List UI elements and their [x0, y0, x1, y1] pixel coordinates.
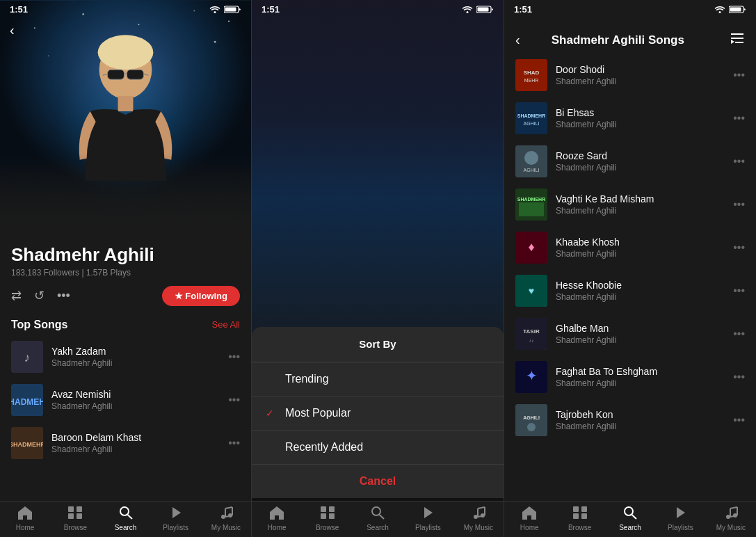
p3-song-item-4[interactable]: SHADMEHR Vaghti Ke Bad Misham Shadmehr A…	[504, 183, 756, 226]
p3-song-item-9[interactable]: AGHILI Tajrobeh Kon Shadmehr Aghili •••	[504, 399, 756, 442]
song-more-3[interactable]: •••	[228, 437, 240, 449]
artist-info: Shadmehr Aghili 183,183 Followers | 1.57…	[0, 237, 251, 312]
p3-song-artist-4: Shadmehr Aghili	[556, 206, 725, 216]
p3-song-item-2[interactable]: SHADMEHR AGHILI Bi Ehsas Shadmehr Aghili…	[504, 97, 756, 140]
p3-song-more-5[interactable]: •••	[733, 241, 745, 254]
p3-song-more-6[interactable]: •••	[733, 284, 745, 297]
p3-song-text-7: Ghalbe Man Shadmehr Aghili	[556, 323, 725, 345]
shuffle-button[interactable]: ⇄	[11, 288, 22, 303]
nav-playlists-label-2: Playlists	[415, 524, 441, 531]
svg-text:SHADMEHR: SHADMEHR	[517, 197, 545, 202]
svg-point-1	[34, 27, 35, 29]
song-more-1[interactable]: •••	[228, 351, 240, 363]
song-artist-1: Shadmehr Aghili	[51, 358, 220, 368]
nav-playlists-1[interactable]: Playlists	[151, 506, 201, 531]
thumb-art-1: ♪	[11, 341, 43, 373]
svg-line-54	[478, 507, 485, 508]
svg-text:♪♪: ♪♪	[529, 338, 534, 343]
repeat-button[interactable]: ↺	[34, 288, 45, 303]
mymusic-icon-2	[471, 506, 486, 522]
song-artist-2: Shadmehr Aghili	[51, 401, 220, 411]
p3-song-more-4[interactable]: •••	[733, 198, 745, 211]
p3-song-more-9[interactable]: •••	[733, 414, 745, 426]
wifi-icon-1	[209, 6, 220, 13]
nav-search-2[interactable]: Search	[353, 506, 403, 531]
nav-home-label-1: Home	[16, 524, 35, 531]
home-icon-1	[17, 506, 33, 522]
p3-song-more-3[interactable]: •••	[733, 155, 745, 168]
back-button-3[interactable]: ‹	[515, 32, 520, 48]
song-item-2[interactable]: SHADMEHR Avaz Nemishi Shadmehr Aghili ••…	[0, 378, 251, 422]
nav-mymusic-2[interactable]: My Music	[453, 506, 504, 531]
nav-search-3[interactable]: Search	[605, 506, 655, 531]
svg-rect-88	[581, 506, 587, 512]
nav-browse-3[interactable]: Browse	[554, 506, 604, 531]
p3-thumb-5: ♦	[515, 232, 547, 264]
svg-rect-84	[515, 404, 547, 436]
songs-list-panel: 1:51 ‹ Shadmehr Aghili Songs	[504, 0, 756, 537]
artist-meta: 183,183 Followers | 1.57B Plays	[11, 268, 240, 278]
sort-option-recent[interactable]: Recently Added	[252, 431, 504, 465]
p3-song-item-3[interactable]: AGHILI Rooze Sard Shadmehr Aghili •••	[504, 140, 756, 183]
svg-text:AGHILI: AGHILI	[524, 121, 540, 126]
p3-song-name-4: Vaghti Ke Bad Misham	[556, 193, 725, 205]
p3-song-more-7[interactable]: •••	[733, 328, 745, 340]
nav-mymusic-label-1: My Music	[211, 524, 241, 531]
p3-song-item-5[interactable]: ♦ Khaabe Khosh Shadmehr Aghili •••	[504, 226, 756, 269]
p3-song-artist-7: Shadmehr Aghili	[556, 335, 725, 345]
panel3-title: Shadmehr Aghili Songs	[526, 33, 710, 47]
nav-playlists-3[interactable]: Playlists	[655, 506, 705, 531]
p3-song-more-2[interactable]: •••	[733, 112, 745, 125]
artist-hero: 1:51 ‹	[0, 0, 251, 237]
home-icon-3	[522, 506, 537, 522]
nav-mymusic-1[interactable]: My Music	[201, 506, 251, 531]
songs-scroll-3[interactable]: SHAD MEHR Door Shodi Shadmehr Aghili •••…	[504, 54, 756, 501]
p3-song-text-3: Rooze Sard Shadmehr Aghili	[556, 150, 725, 173]
mymusic-icon-1	[218, 506, 234, 522]
p3-song-name-5: Khaabe Khosh	[556, 237, 725, 248]
song-item-3[interactable]: SHADMEHR Baroon Delam Khast Shadmehr Agh…	[0, 422, 251, 465]
sort-option-trending[interactable]: Trending	[252, 362, 504, 396]
playlists-icon-1	[168, 506, 184, 522]
svg-point-56	[719, 11, 721, 13]
sort-option-popular[interactable]: ✓ Most Popular	[252, 396, 504, 431]
p3-song-artist-8: Shadmehr Aghili	[556, 378, 725, 388]
browse-icon-2	[320, 506, 335, 522]
svg-rect-42	[478, 8, 489, 12]
sort-cancel-button[interactable]: Cancel	[252, 465, 504, 498]
nav-mymusic-3[interactable]: My Music	[706, 506, 756, 531]
nav-browse-2[interactable]: Browse	[302, 506, 352, 531]
more-button[interactable]: •••	[57, 289, 70, 303]
p3-song-name-8: Faghat Ba To Eshgham	[556, 366, 725, 377]
svg-point-31	[120, 507, 129, 515]
nav-playlists-2[interactable]: Playlists	[403, 506, 453, 531]
p3-song-item-7[interactable]: TASIR ♪♪ Ghalbe Man Shadmehr Aghili •••	[504, 312, 756, 355]
song-text-3: Baroon Delam Khast Shadmehr Aghili	[51, 432, 220, 454]
sort-overlay-panel: 1:51 Sort By Trending ✓ Most Popular	[252, 0, 504, 537]
nav-browse-1[interactable]: Browse	[50, 506, 100, 531]
song-more-2[interactable]: •••	[228, 394, 240, 406]
p3-song-item-6[interactable]: ♥ Hesse Khoobie Shadmehr Aghili •••	[504, 269, 756, 312]
hero-gradient	[0, 153, 251, 237]
p3-song-item-1[interactable]: SHAD MEHR Door Shodi Shadmehr Aghili •••	[504, 54, 756, 97]
svg-text:✦: ✦	[526, 368, 538, 383]
panel3-menu-button[interactable]	[730, 32, 745, 48]
nav-home-2[interactable]: Home	[252, 506, 302, 531]
nav-home-3[interactable]: Home	[504, 506, 554, 531]
see-all-button[interactable]: See All	[212, 319, 240, 330]
back-button-1[interactable]: ‹	[10, 22, 15, 38]
song-item-1[interactable]: ♪ Yakh Zadam Shadmehr Aghili •••	[0, 335, 251, 378]
p3-song-item-8[interactable]: ✦ Faghat Ba To Eshgham Shadmehr Aghili •…	[504, 355, 756, 399]
search-icon-1	[118, 506, 134, 522]
top-songs-title: Top Songs	[11, 319, 67, 331]
artist-actions: ⇄ ↺ ••• ★ Following	[11, 286, 240, 306]
follow-button[interactable]: ★ Following	[162, 286, 240, 306]
sort-check-popular: ✓	[266, 408, 280, 419]
nav-home-1[interactable]: Home	[0, 506, 50, 531]
p3-song-more-8[interactable]: •••	[733, 371, 745, 383]
p3-song-more-1[interactable]: •••	[733, 69, 745, 81]
nav-search-1[interactable]: Search	[100, 506, 150, 531]
svg-text:♥: ♥	[529, 285, 534, 296]
nav-mymusic-label-2: My Music	[464, 524, 493, 531]
svg-rect-45	[321, 513, 326, 519]
